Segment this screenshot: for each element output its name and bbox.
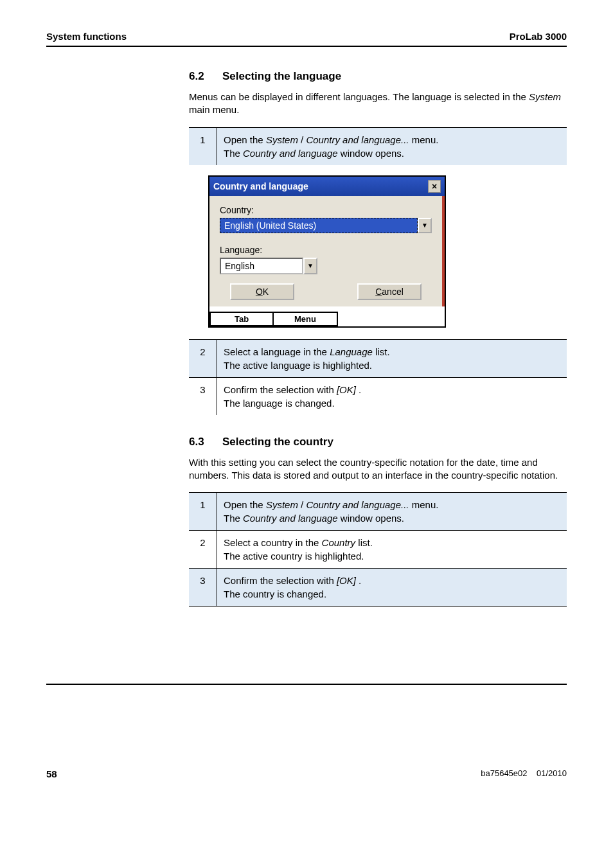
step-num: 1 [189,128,217,165]
country-combobox[interactable]: English (United States) ▼ [220,218,432,233]
step-1: 1 Open the System / Country and language… [189,492,567,530]
ok-button[interactable]: OK [230,283,294,300]
dialog-titlebar: Country and language × [209,177,445,196]
section-6-2-heading: 6.2Selecting the language [189,70,567,83]
step-num: 1 [189,493,217,530]
header-left: System functions [46,31,127,42]
section-num: 6.2 [189,70,222,83]
section-num: 6.3 [189,436,222,448]
country-value: English (United States) [220,218,418,233]
step-1: 1 Open the System / Country and language… [189,127,567,165]
section-6-2-intro: Menus can be displayed in different lang… [189,91,567,117]
section-title: Selecting the country [222,436,333,448]
step-3: 3 Confirm the selection with [OK] . The … [189,568,567,607]
language-label: Language: [220,245,432,255]
step-text: Select a country in the Country list. Th… [217,531,567,568]
page-number: 58 [46,768,57,779]
step-text: Open the System / Country and language..… [217,493,567,530]
close-icon[interactable]: × [428,180,441,193]
step-num: 2 [189,531,217,568]
section-6-3-heading: 6.3Selecting the country [189,436,567,448]
step-num: 2 [189,340,217,377]
menu-button[interactable]: Menu [274,312,338,326]
step-text: Confirm the selection with [OK] . The co… [217,569,567,606]
header-right: ProLab 3000 [510,31,567,42]
step-3: 3 Confirm the selection with [OK] . The … [189,377,567,415]
step-text: Open the System / Country and language..… [217,128,567,165]
section-6-3-intro: With this setting you can select the cou… [189,456,567,483]
footer-meta: ba75645e02 01/2010 [481,768,567,779]
country-label: Country: [220,205,432,215]
header-rule [46,46,567,47]
dialog-title: Country and language [213,181,308,191]
cancel-button[interactable]: Cancel [357,283,422,300]
step-2: 2 Select a country in the Country list. … [189,530,567,568]
chevron-down-icon[interactable]: ▼ [418,218,432,233]
step-text: Select a language in the Language list. … [217,340,567,377]
chevron-down-icon[interactable]: ▼ [303,258,317,274]
step-num: 3 [189,569,217,606]
tab-button[interactable]: Tab [209,312,274,326]
country-language-dialog: Country and language × Country: English … [208,175,446,328]
step-num: 3 [189,378,217,415]
language-combobox[interactable]: English ▼ [220,258,432,274]
section-title: Selecting the language [222,70,341,82]
step-text: Confirm the selection with [OK] . The la… [217,378,567,415]
step-2: 2 Select a language in the Language list… [189,339,567,377]
language-value: English [220,258,303,274]
footer-rule [46,684,567,685]
